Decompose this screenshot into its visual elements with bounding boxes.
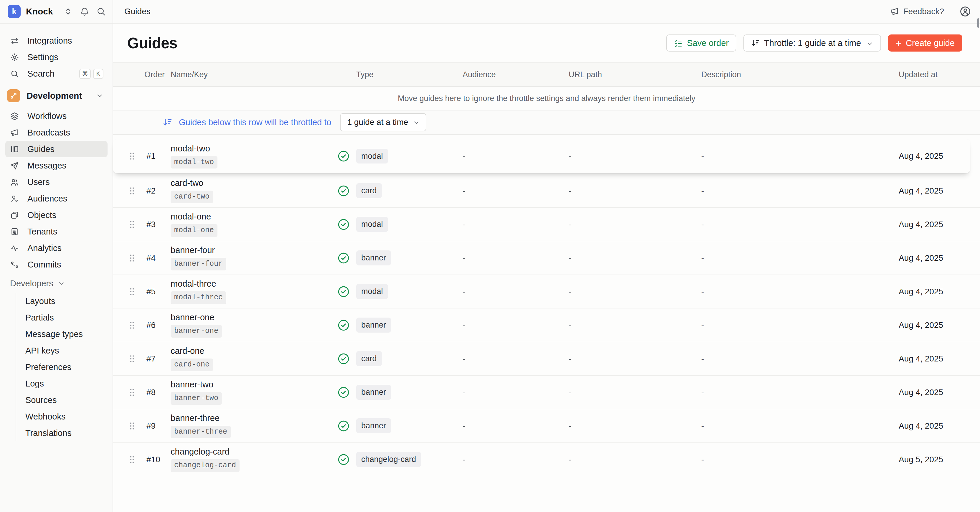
sidebar-item-commits[interactable]: Commits xyxy=(5,256,108,273)
sidebar-subitem-preferences[interactable]: Preferences xyxy=(16,359,113,375)
sidebar-item-audiences[interactable]: Audiences xyxy=(5,190,108,207)
sidebar-item-messages[interactable]: Messages xyxy=(5,157,108,174)
guide-key-badge: changelog-card xyxy=(170,459,240,472)
sidebar-top-list: Integrations Settings Search⌘K xyxy=(0,32,113,82)
unthrottled-dropzone[interactable]: Move guides here to ignore the throttle … xyxy=(113,87,980,110)
sidebar-subitem-sources[interactable]: Sources xyxy=(16,392,113,408)
sidebar-item-integrations[interactable]: Integrations xyxy=(5,32,108,49)
audience-value: - xyxy=(463,354,569,364)
throttle-divider-row: Guides below this row will be throttled … xyxy=(113,110,980,135)
guide-name[interactable]: banner-one xyxy=(170,313,214,322)
knock-logo: k xyxy=(8,5,21,18)
logo-letter: k xyxy=(12,7,16,16)
order-number: #3 xyxy=(145,220,170,229)
chevron-down-icon xyxy=(866,40,873,46)
notifications-bell-icon[interactable] xyxy=(80,6,89,16)
guide-row-card-two[interactable]: #2 card-two card-two card - - - Aug 4, 2… xyxy=(113,174,980,208)
sidebar-subitem-translations[interactable]: Translations xyxy=(16,425,113,441)
guide-row-changelog-card[interactable]: #10 changelog-card changelog-card change… xyxy=(113,443,980,476)
column-header-audience: Audience xyxy=(463,70,569,79)
sidebar-item-guides[interactable]: Guides xyxy=(5,141,108,157)
audience-value: - xyxy=(463,455,569,464)
sidebar-subitem-logs[interactable]: Logs xyxy=(16,375,113,392)
sidebar-item-search[interactable]: Search⌘K xyxy=(5,65,108,82)
user-avatar-icon[interactable] xyxy=(959,6,971,17)
sidebar-subitem-partials[interactable]: Partials xyxy=(16,309,113,326)
create-guide-button[interactable]: + Create guide xyxy=(888,35,963,52)
url-path-value: - xyxy=(569,354,701,364)
guide-key-badge: modal-three xyxy=(170,291,226,304)
throttle-dropdown-button[interactable]: Throttle: 1 guide at a time xyxy=(743,35,881,52)
sidebar-item-label: Users xyxy=(27,177,103,187)
drag-handle-icon[interactable] xyxy=(113,321,145,330)
sidebar-subitem-layouts[interactable]: Layouts xyxy=(16,293,113,309)
sidebar-item-workflows[interactable]: Workflows xyxy=(5,108,108,124)
drag-handle-icon[interactable] xyxy=(113,220,145,229)
sidebar-subitem-api-keys[interactable]: API keys xyxy=(16,342,113,359)
guide-row-banner-three[interactable]: #9 banner-three banner-three banner - - … xyxy=(113,409,980,443)
name-key-cell: modal-two modal-two xyxy=(170,144,337,169)
drag-handle-icon[interactable] xyxy=(113,254,145,262)
unfold-workspaces-icon[interactable] xyxy=(63,6,73,16)
name-key-cell: card-one card-one xyxy=(170,346,337,371)
sidebar-item-label: Objects xyxy=(27,210,103,220)
sidebar-item-analytics[interactable]: Analytics xyxy=(5,240,108,256)
guide-name[interactable]: banner-three xyxy=(170,413,220,423)
guide-name[interactable]: modal-three xyxy=(170,279,216,289)
feedback-button[interactable]: Feedback? xyxy=(890,7,944,16)
drag-handle-icon[interactable] xyxy=(113,186,145,195)
drag-handle-icon[interactable] xyxy=(113,355,145,363)
guide-row-banner-four[interactable]: #4 banner-four banner-four banner - - - … xyxy=(113,241,980,275)
guide-row-banner-one[interactable]: #6 banner-one banner-one banner - - - Au… xyxy=(113,308,980,342)
sidebar-item-broadcasts[interactable]: Broadcasts xyxy=(5,124,108,141)
sidebar-item-tenants[interactable]: Tenants xyxy=(5,223,108,240)
guide-row-modal-three[interactable]: #5 modal-three modal-three modal - - - A… xyxy=(113,275,980,308)
save-order-button[interactable]: Save order xyxy=(666,35,736,52)
audience-value: - xyxy=(463,151,569,161)
sidebar-subitem-message-types[interactable]: Message types xyxy=(16,326,113,342)
updated-at-value: Aug 5, 2025 xyxy=(899,455,980,464)
guide-row-modal-two[interactable]: #1 modal-two modal-two modal - - - Aug 4… xyxy=(113,139,970,173)
type-cell: banner xyxy=(356,418,463,433)
sidebar-nav: Integrations Settings Search⌘K Developme… xyxy=(0,24,113,441)
throttle-divider-link[interactable]: Guides below this row will be throttled … xyxy=(179,118,331,127)
search-icon[interactable] xyxy=(96,6,106,16)
plus-icon: + xyxy=(896,38,902,48)
column-header-name-key: Name/Key xyxy=(170,70,356,79)
type-cell: changelog-card xyxy=(356,452,463,467)
sidebar-item-objects[interactable]: Objects xyxy=(5,207,108,223)
workspace-switcher[interactable]: k Knock xyxy=(0,0,113,24)
drag-handle-icon[interactable] xyxy=(113,388,145,397)
audience-value: - xyxy=(463,421,569,431)
drag-handle-icon[interactable] xyxy=(113,421,145,430)
developers-section-toggle[interactable]: Developers xyxy=(10,275,108,292)
guide-name[interactable]: changelog-card xyxy=(170,447,229,456)
guide-row-banner-two[interactable]: #8 banner-two banner-two banner - - - Au… xyxy=(113,375,980,409)
updated-at-value: Aug 4, 2025 xyxy=(899,220,980,229)
guide-row-modal-one[interactable]: #3 modal-one modal-one modal - - - Aug 4… xyxy=(113,208,980,241)
drag-handle-icon[interactable] xyxy=(113,287,145,296)
guide-name[interactable]: modal-one xyxy=(170,212,211,221)
guide-name[interactable]: banner-two xyxy=(170,380,213,390)
guide-name[interactable]: banner-four xyxy=(170,245,215,255)
sidebar-item-settings[interactable]: Settings xyxy=(5,49,108,65)
updated-at-value: Aug 4, 2025 xyxy=(899,421,980,431)
sidebar-subitem-webhooks[interactable]: Webhooks xyxy=(16,408,113,425)
column-header-type: Type xyxy=(356,70,463,79)
scrollbar-thumb[interactable] xyxy=(977,18,979,28)
guide-name[interactable]: card-two xyxy=(170,178,203,188)
guide-key-badge: card-one xyxy=(170,359,213,371)
type-cell: modal xyxy=(356,149,463,164)
guide-row-card-one[interactable]: #7 card-one card-one card - - - Aug 4, 2… xyxy=(113,342,980,375)
throttle-value-dropdown[interactable]: 1 guide at a time xyxy=(340,113,426,131)
guide-name[interactable]: card-one xyxy=(170,346,204,356)
updated-at-value: Aug 4, 2025 xyxy=(899,151,970,161)
sidebar-item-users[interactable]: Users xyxy=(5,174,108,190)
topbar: Guides Feedback? xyxy=(113,0,980,24)
drag-handle-icon[interactable] xyxy=(113,455,145,464)
drag-handle-icon[interactable] xyxy=(113,152,145,161)
sidebar-item-label: Workflows xyxy=(27,111,103,121)
chevron-down-icon xyxy=(413,119,420,126)
guide-name[interactable]: modal-two xyxy=(170,144,210,153)
environment-switcher[interactable]: Development xyxy=(5,86,108,105)
